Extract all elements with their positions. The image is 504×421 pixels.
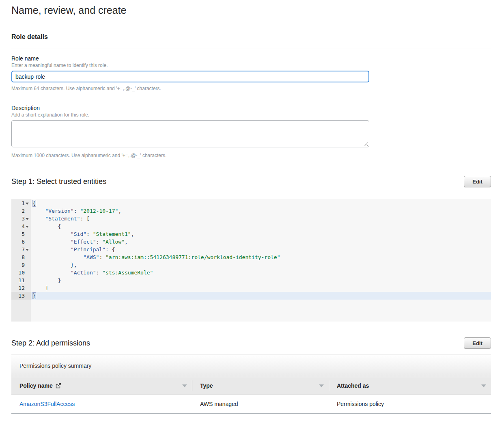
step2-header-row: Step 2: Add permissions Edit — [11, 337, 491, 349]
policy-type-cell: AWS managed — [192, 395, 329, 413]
fold-spacer — [25, 276, 29, 284]
role-name-help: Enter a meaningful name to identify this… — [11, 62, 491, 69]
policy-name-cell: AmazonS3FullAccess — [11, 395, 192, 413]
step1-heading: Step 1: Select trusted entities — [11, 177, 106, 186]
editor-gutter[interactable]: 6 — [11, 238, 31, 246]
editor-line: 12 ] — [11, 284, 491, 292]
attached-as-cell: Permissions policy — [329, 395, 491, 413]
filter-dropdown-icon[interactable] — [481, 384, 486, 387]
editor-line: 13} — [11, 292, 491, 300]
editor-gutter[interactable]: 10 — [11, 269, 31, 276]
editor-gutter[interactable]: 1 — [11, 199, 31, 207]
editor-code-line[interactable]: "Statement": [ — [31, 215, 491, 222]
editor-gutter[interactable]: 7 — [11, 246, 31, 253]
editor-code-line[interactable]: "Action": "sts:AssumeRole" — [31, 269, 491, 276]
editor-line: 2 "Version": "2012-10-17", — [11, 207, 491, 215]
fold-arrow-icon[interactable] — [25, 199, 29, 207]
filter-dropdown-icon[interactable] — [182, 384, 187, 387]
editor-code-line[interactable]: "AWS": "arn:aws:iam::541263489771:role/w… — [31, 253, 491, 261]
fold-arrow-icon[interactable] — [25, 246, 29, 253]
step2-edit-button[interactable]: Edit — [464, 337, 491, 349]
column-header-policy-name[interactable]: Policy name — [11, 377, 192, 395]
permissions-panel-header: Permissions policy summary — [11, 354, 491, 377]
step2-heading: Step 2: Add permissions — [11, 339, 90, 348]
fold-arrow-icon[interactable] — [25, 215, 29, 222]
editor-gutter[interactable]: 13 — [11, 292, 31, 300]
role-name-constraint: Maximum 64 characters. Use alphanumeric … — [11, 85, 491, 92]
editor-gutter[interactable]: 9 — [11, 261, 31, 269]
editor-line: 10 "Action": "sts:AssumeRole" — [11, 269, 491, 276]
editor-code-line[interactable]: "Version": "2012-10-17", — [31, 207, 491, 215]
attached-as-header-label: Attached as — [337, 382, 369, 389]
editor-code-line[interactable]: } — [31, 292, 491, 300]
fold-spacer — [25, 261, 29, 269]
editor-gutter[interactable]: 4 — [11, 222, 31, 230]
page: Name, review, and create Role details Ro… — [0, 0, 504, 414]
role-details-heading: Role details — [11, 33, 491, 41]
editor-line: 6 "Effect": "Allow", — [11, 238, 491, 246]
page-title: Name, review, and create — [11, 4, 491, 16]
policy-name-header-label: Policy name — [19, 382, 53, 389]
fold-spacer — [25, 230, 29, 238]
description-constraint: Maximum 1000 characters. Use alphanumeri… — [11, 152, 491, 159]
fold-arrow-icon[interactable] — [25, 222, 29, 230]
fold-spacer — [25, 292, 29, 300]
editor-code-line[interactable]: "Principal": { — [31, 246, 491, 253]
editor-line: 9 }, — [11, 261, 491, 269]
fold-spacer — [25, 207, 29, 215]
filter-dropdown-icon[interactable] — [319, 384, 324, 387]
editor-line: 7 "Principal": { — [11, 246, 491, 253]
fold-spacer — [25, 269, 29, 276]
divider — [11, 48, 491, 48]
editor-gutter[interactable]: 11 — [11, 276, 31, 284]
editor-line: 3 "Statement": [ — [11, 215, 491, 222]
description-help: Add a short explanation for this role. — [11, 112, 491, 118]
editor-line: 8 "AWS": "arn:aws:iam::541263489771:role… — [11, 253, 491, 261]
step1-header-row: Step 1: Select trusted entities Edit — [11, 176, 491, 187]
column-header-attached-as[interactable]: Attached as — [329, 377, 491, 395]
role-name-label: Role name — [11, 55, 491, 62]
editor-code-line[interactable]: { — [31, 222, 491, 230]
external-link-icon — [56, 383, 61, 389]
fold-spacer — [25, 238, 29, 246]
permissions-table-header-row: Policy name — [11, 377, 491, 395]
editor-gutter[interactable]: 5 — [11, 230, 31, 238]
editor-line: 4 { — [11, 222, 491, 230]
editor-code-line[interactable]: { — [31, 199, 491, 207]
editor-code-line[interactable]: }, — [31, 261, 491, 269]
step1-edit-button[interactable]: Edit — [464, 176, 491, 187]
description-textarea[interactable] — [11, 120, 369, 147]
editor-gutter[interactable]: 2 — [11, 207, 31, 215]
editor-line: 11 } — [11, 276, 491, 284]
fold-spacer — [25, 253, 29, 261]
editor-code-line[interactable]: "Sid": "Statement1", — [31, 230, 491, 238]
editor-gutter[interactable]: 8 — [11, 253, 31, 261]
fold-spacer — [25, 284, 29, 292]
role-name-input[interactable] — [11, 71, 369, 82]
description-field-wrap — [11, 120, 369, 147]
editor-line: 1{ — [11, 199, 491, 207]
table-row: AmazonS3FullAccessAWS managedPermissions… — [11, 395, 491, 413]
editor-gutter[interactable]: 12 — [11, 284, 31, 292]
trust-policy-json-editor[interactable]: 1{2 "Version": "2012-10-17",3 "Statement… — [11, 199, 491, 322]
permissions-table: Policy name — [11, 377, 491, 414]
editor-code-line[interactable]: ] — [31, 284, 491, 292]
editor-code-line[interactable]: "Effect": "Allow", — [31, 238, 491, 246]
editor-code-line[interactable]: } — [31, 276, 491, 284]
editor-gutter[interactable]: 3 — [11, 215, 31, 222]
editor-line: 5 "Sid": "Statement1", — [11, 230, 491, 238]
permissions-policy-panel: Permissions policy summary Policy name — [11, 354, 491, 414]
type-header-label: Type — [200, 382, 213, 389]
description-label: Description — [11, 104, 491, 112]
column-header-type[interactable]: Type — [192, 377, 329, 395]
policy-name-link[interactable]: AmazonS3FullAccess — [19, 401, 75, 407]
permissions-panel-title: Permissions policy summary — [19, 363, 91, 369]
